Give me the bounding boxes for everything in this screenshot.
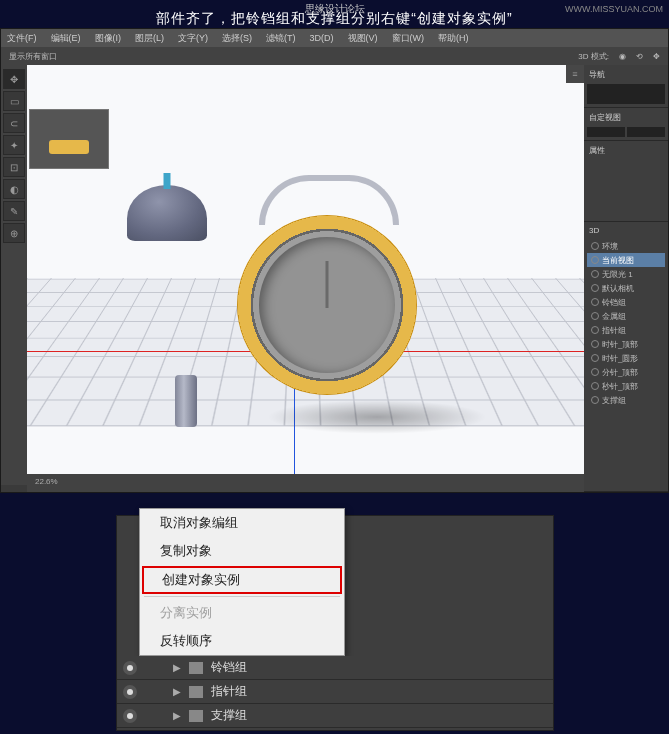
layer-row[interactable]: ▶铃铛组 [117, 656, 553, 680]
visibility-icon[interactable] [591, 312, 599, 320]
layer-label: 铃铛组 [602, 297, 626, 308]
menu-view[interactable]: 视图(V) [348, 32, 378, 45]
3d-layer-item[interactable]: 铃铛组 [587, 295, 665, 309]
tool-palette: ✥ ▭ ⊂ ✦ ⊡ ◐ ✎ ⊕ [1, 65, 27, 485]
visibility-icon[interactable] [591, 396, 599, 404]
ctx-duplicate[interactable]: 复制对象 [140, 537, 344, 565]
view-panel-title: 自定视图 [587, 111, 665, 125]
crop-tool-icon[interactable]: ⊡ [3, 157, 25, 177]
stamp-tool-icon[interactable]: ⊕ [3, 223, 25, 243]
layer-label: 秒针_顶部 [602, 381, 638, 392]
nav-panel: 导航 [584, 65, 668, 108]
visibility-icon[interactable] [591, 340, 599, 348]
visibility-icon[interactable] [123, 685, 137, 699]
menu-help[interactable]: 帮助(H) [438, 32, 469, 45]
3d-layer-item[interactable]: 金属组 [587, 309, 665, 323]
visibility-icon[interactable] [591, 368, 599, 376]
3d-layer-item[interactable]: 分针_顶部 [587, 365, 665, 379]
coord-x[interactable] [587, 127, 625, 137]
3d-viewport[interactable] [27, 65, 584, 474]
menu-file[interactable]: 文件(F) [7, 32, 37, 45]
layer-row[interactable]: ▶指针组 [117, 680, 553, 704]
coord-y[interactable] [627, 127, 665, 137]
3d-layer-item[interactable]: 秒针_顶部 [587, 379, 665, 393]
wand-tool-icon[interactable]: ✦ [3, 135, 25, 155]
layer-rows: ▶铃铛组▶指针组▶支撑组 [117, 656, 553, 728]
opt-3d-icon3[interactable]: ✥ [653, 52, 660, 61]
3d-layer-item[interactable]: 默认相机 [587, 281, 665, 295]
3d-layer-item[interactable]: 无限光 1 [587, 267, 665, 281]
visibility-icon[interactable] [591, 298, 599, 306]
opt-3dmode-label: 3D 模式: [578, 51, 609, 62]
clock-hand [326, 261, 329, 307]
context-menu-demo: 取消对象编组 复制对象 创建对象实例 分离实例 反转顺序 ▶铃铛组▶指针组▶支撑… [116, 515, 554, 731]
clock-face [259, 237, 395, 373]
3d-layer-item[interactable]: 环境 [587, 239, 665, 253]
url-watermark: WWW.MISSYUAN.COM [565, 4, 663, 14]
stand-mesh[interactable] [175, 375, 197, 427]
menu-type[interactable]: 文字(Y) [178, 32, 208, 45]
visibility-icon[interactable] [123, 661, 137, 675]
visibility-icon[interactable] [591, 242, 599, 250]
opt-3d-icon2[interactable]: ⟲ [636, 52, 643, 61]
visibility-icon[interactable] [591, 382, 599, 390]
visibility-icon[interactable] [591, 284, 599, 292]
visibility-icon[interactable] [591, 354, 599, 362]
3d-layer-item[interactable]: 当前视图 [587, 253, 665, 267]
ctx-instance[interactable]: 创建对象实例 [142, 566, 342, 594]
layer-label: 环境 [602, 241, 618, 252]
visibility-icon[interactable] [591, 326, 599, 334]
visibility-icon[interactable] [591, 256, 599, 264]
visibility-icon[interactable] [123, 709, 137, 723]
layer-label: 金属组 [602, 311, 626, 322]
layer-label: 默认相机 [602, 283, 634, 294]
menu-image[interactable]: 图像(I) [95, 32, 122, 45]
3d-layer-item[interactable]: 指针组 [587, 323, 665, 337]
properties-panel: 属性 [584, 141, 668, 222]
3d-layer-item[interactable]: 支撑组 [587, 393, 665, 407]
context-menu: 取消对象编组 复制对象 创建对象实例 分离实例 反转顺序 [139, 508, 345, 656]
right-panels: 导航 自定视图 属性 3D 环境当前视图无限光 1默认相机铃铛组金属组指针组时针… [584, 65, 668, 492]
menu-window[interactable]: 窗口(W) [392, 32, 425, 45]
3d-layer-item[interactable]: 时针_顶部 [587, 337, 665, 351]
3d-layer-item[interactable]: 时针_圆形 [587, 351, 665, 365]
arrow-icon[interactable]: ▶ [173, 662, 181, 673]
menu-filter[interactable]: 滤镜(T) [266, 32, 296, 45]
layer-label: 指针组 [602, 325, 626, 336]
menu-select[interactable]: 选择(S) [222, 32, 252, 45]
brush-tool-icon[interactable]: ✎ [3, 201, 25, 221]
move-tool-icon[interactable]: ✥ [3, 69, 25, 89]
folder-icon [189, 662, 203, 674]
menu-edit[interactable]: 编辑(E) [51, 32, 81, 45]
layer-label: 支撑组 [602, 395, 626, 406]
opt-3d-icon[interactable]: ◉ [619, 52, 626, 61]
logo-watermark: 思缘设计论坛 [305, 2, 365, 16]
menu-layer[interactable]: 图层(L) [135, 32, 164, 45]
visibility-icon[interactable] [591, 270, 599, 278]
bell-mesh[interactable] [127, 185, 207, 241]
nav-preview[interactable] [587, 84, 665, 104]
status-bar: 22.6% [27, 474, 584, 492]
layer-row[interactable]: ▶支撑组 [117, 704, 553, 728]
3d-panel: 3D 环境当前视图无限光 1默认相机铃铛组金属组指针组时针_顶部时针_圆形分针_… [584, 222, 668, 492]
ctx-reverse[interactable]: 反转顺序 [140, 627, 344, 655]
layer-name: 支撑组 [211, 707, 247, 724]
clock-body-mesh[interactable] [237, 215, 417, 395]
properties-panel-title: 属性 [587, 144, 665, 158]
layer-name: 铃铛组 [211, 659, 247, 676]
ctx-separator [144, 596, 340, 597]
arrow-icon[interactable]: ▶ [173, 710, 181, 721]
ctx-ungroup[interactable]: 取消对象编组 [140, 509, 344, 537]
lasso-tool-icon[interactable]: ⊂ [3, 113, 25, 133]
arrow-icon[interactable]: ▶ [173, 686, 181, 697]
panel-icon-strip: ≡ [566, 65, 584, 83]
document-thumbnail[interactable] [29, 109, 109, 169]
3d-panel-title: 3D [587, 225, 665, 239]
menu-3d[interactable]: 3D(D) [310, 33, 334, 43]
layer-label: 无限光 1 [602, 269, 633, 280]
layer-label: 时针_圆形 [602, 353, 638, 364]
zoom-level[interactable]: 22.6% [35, 477, 58, 486]
panel-icon[interactable]: ≡ [566, 65, 584, 83]
marquee-tool-icon[interactable]: ▭ [3, 91, 25, 111]
eyedrop-tool-icon[interactable]: ◐ [3, 179, 25, 199]
